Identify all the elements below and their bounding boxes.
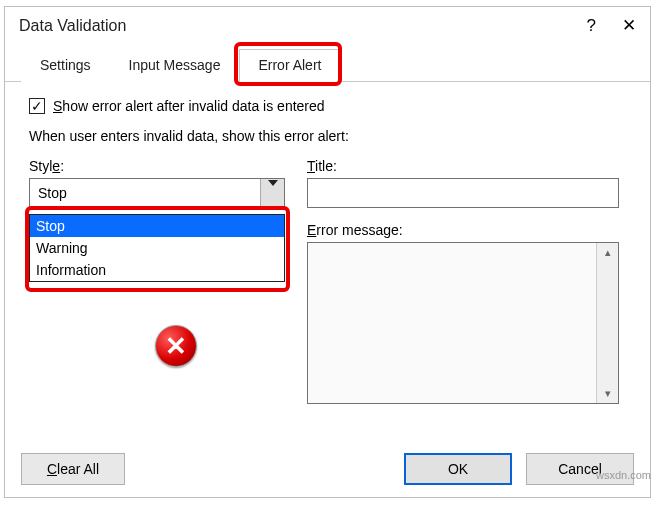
dropdown-item-stop[interactable]: Stop	[30, 215, 284, 237]
highlight-box-tab	[234, 42, 342, 86]
tab-bar: Settings Input Message Error Alert	[5, 40, 650, 82]
scrollbar[interactable]: ▴ ▾	[596, 243, 618, 403]
title-input[interactable]	[307, 178, 619, 208]
tab-settings[interactable]: Settings	[21, 49, 110, 82]
error-message-textarea[interactable]: ▴ ▾	[307, 242, 619, 404]
ok-button[interactable]: OK	[404, 453, 512, 485]
scroll-down-icon[interactable]: ▾	[605, 387, 611, 400]
combobox-button[interactable]	[260, 179, 284, 207]
dropdown-item-information[interactable]: Information	[30, 259, 284, 281]
watermark-text: wsxdn.com	[596, 469, 651, 481]
close-icon[interactable]: ✕	[622, 15, 636, 36]
style-combobox[interactable]: Stop	[29, 178, 285, 208]
instruction-text: When user enters invalid data, show this…	[29, 128, 626, 144]
style-value: Stop	[30, 185, 260, 201]
clear-all-button[interactable]: Clear All	[21, 453, 125, 485]
error-message-label: Error message:	[307, 222, 626, 238]
style-dropdown: Stop Warning Information	[29, 214, 285, 282]
dropdown-item-warning[interactable]: Warning	[30, 237, 284, 259]
show-error-alert-checkbox[interactable]	[29, 98, 45, 114]
error-preview-icon: ✕	[155, 325, 199, 369]
show-error-alert-label: Show error alert after invalid data is e…	[53, 98, 325, 114]
title-label: Title:	[307, 158, 626, 174]
tab-input-message[interactable]: Input Message	[110, 49, 240, 82]
scroll-up-icon[interactable]: ▴	[605, 246, 611, 259]
help-icon[interactable]: ?	[587, 16, 596, 36]
chevron-down-icon	[268, 186, 278, 201]
style-label: Style:	[29, 158, 285, 174]
x-icon: ✕	[165, 333, 187, 359]
dialog-title: Data Validation	[19, 17, 126, 35]
